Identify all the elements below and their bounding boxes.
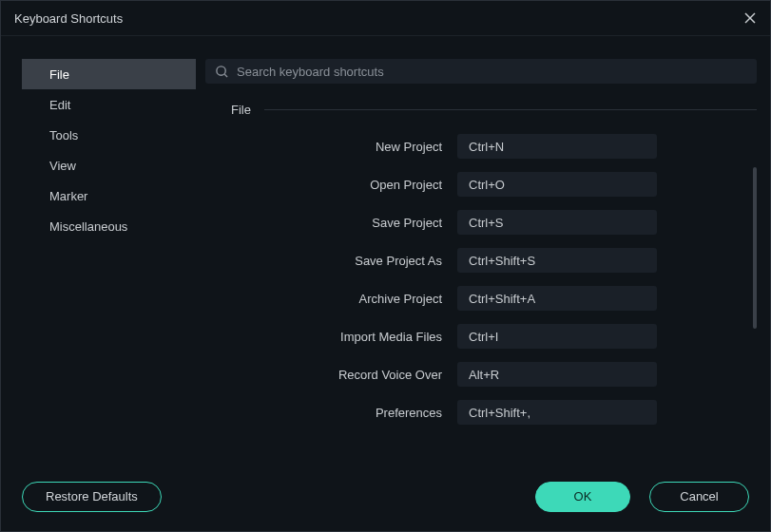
sidebar-item-label: View bbox=[49, 159, 76, 173]
shortcuts-scroll-area: New Project Ctrl+N Open Project Ctrl+O S… bbox=[205, 134, 757, 460]
shortcut-value-text: Ctrl+N bbox=[469, 140, 504, 154]
scrollbar-thumb[interactable] bbox=[753, 167, 757, 329]
close-icon bbox=[744, 12, 756, 24]
sidebar-item-label: Miscellaneous bbox=[49, 219, 127, 234]
footer: Restore Defaults OK Cancel bbox=[1, 460, 770, 532]
shortcut-label: Record Voice Over bbox=[205, 368, 457, 382]
sidebar-item-file[interactable]: File bbox=[22, 59, 196, 89]
shortcut-label: Import Media Files bbox=[205, 330, 457, 344]
button-label: Cancel bbox=[680, 489, 718, 504]
shortcut-label: Save Project As bbox=[205, 254, 457, 268]
shortcut-value-text: Ctrl+I bbox=[469, 330, 498, 344]
titlebar: Keyboard Shortcuts bbox=[1, 1, 770, 36]
shortcut-value-text: Ctrl+Shift+S bbox=[469, 254, 535, 268]
sidebar-item-marker[interactable]: Marker bbox=[22, 180, 196, 211]
content-area: File Edit Tools View Marker Miscellaneou… bbox=[1, 36, 770, 460]
cancel-button[interactable]: Cancel bbox=[649, 482, 749, 512]
sidebar-item-view[interactable]: View bbox=[22, 150, 196, 180]
sidebar-item-miscellaneous[interactable]: Miscellaneous bbox=[22, 211, 196, 241]
shortcut-input[interactable]: Ctrl+S bbox=[457, 210, 657, 235]
sidebar-item-label: Marker bbox=[49, 189, 87, 203]
section-header: File bbox=[205, 103, 757, 117]
shortcut-value-text: Ctrl+O bbox=[469, 178, 505, 192]
shortcut-input[interactable]: Ctrl+Shift+S bbox=[457, 248, 657, 273]
sidebar-item-label: Edit bbox=[49, 98, 70, 112]
scrollbar-track[interactable] bbox=[753, 134, 757, 460]
shortcut-list: New Project Ctrl+N Open Project Ctrl+O S… bbox=[205, 134, 757, 425]
shortcut-row: Archive Project Ctrl+Shift+A bbox=[205, 286, 757, 311]
shortcut-row: Open Project Ctrl+O bbox=[205, 172, 757, 197]
shortcut-value-text: Alt+R bbox=[469, 368, 499, 382]
sidebar-item-tools[interactable]: Tools bbox=[22, 120, 196, 150]
section-divider bbox=[264, 109, 757, 110]
footer-right: OK Cancel bbox=[535, 482, 749, 512]
shortcut-row: Save Project Ctrl+S bbox=[205, 210, 757, 235]
shortcut-input[interactable]: Ctrl+N bbox=[457, 134, 657, 159]
svg-line-3 bbox=[224, 74, 227, 77]
shortcut-row: Save Project As Ctrl+Shift+S bbox=[205, 248, 757, 273]
sidebar-item-label: File bbox=[49, 67, 69, 82]
sidebar: File Edit Tools View Marker Miscellaneou… bbox=[22, 59, 196, 460]
sidebar-item-label: Tools bbox=[49, 128, 78, 142]
button-label: OK bbox=[574, 489, 592, 504]
svg-point-2 bbox=[217, 66, 225, 74]
main-panel: File New Project Ctrl+N Open Project Ctr… bbox=[205, 59, 757, 460]
shortcut-input[interactable]: Ctrl+I bbox=[457, 324, 657, 349]
shortcut-value-text: Ctrl+Shift+A bbox=[469, 292, 535, 306]
shortcut-input[interactable]: Ctrl+Shift+, bbox=[457, 400, 657, 425]
shortcut-value-text: Ctrl+S bbox=[469, 216, 503, 230]
window-title: Keyboard Shortcuts bbox=[14, 11, 123, 26]
search-input[interactable] bbox=[237, 65, 747, 79]
button-label: Restore Defaults bbox=[46, 489, 138, 504]
shortcut-label: Open Project bbox=[205, 178, 457, 192]
shortcut-value-text: Ctrl+Shift+, bbox=[469, 406, 530, 420]
shortcut-row: Import Media Files Ctrl+I bbox=[205, 324, 757, 349]
sidebar-item-edit[interactable]: Edit bbox=[22, 89, 196, 120]
shortcut-label: Save Project bbox=[205, 216, 457, 230]
shortcut-input[interactable]: Alt+R bbox=[457, 362, 657, 387]
restore-defaults-button[interactable]: Restore Defaults bbox=[22, 482, 162, 512]
search-container[interactable] bbox=[205, 59, 757, 84]
shortcut-label: Preferences bbox=[205, 406, 457, 420]
shortcut-input[interactable]: Ctrl+Shift+A bbox=[457, 286, 657, 311]
shortcut-row: New Project Ctrl+N bbox=[205, 134, 757, 159]
search-icon bbox=[215, 65, 229, 79]
shortcut-input[interactable]: Ctrl+O bbox=[457, 172, 657, 197]
shortcut-label: New Project bbox=[205, 140, 457, 154]
shortcut-label: Archive Project bbox=[205, 292, 457, 306]
shortcut-row: Preferences Ctrl+Shift+, bbox=[205, 400, 757, 425]
section-title: File bbox=[231, 103, 251, 117]
close-button[interactable] bbox=[740, 8, 761, 28]
ok-button[interactable]: OK bbox=[535, 482, 630, 512]
shortcut-row: Record Voice Over Alt+R bbox=[205, 362, 757, 387]
